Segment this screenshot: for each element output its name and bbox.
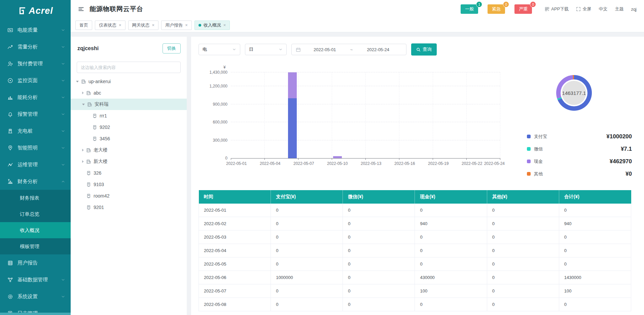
table-row[interactable]: 2022-05-0300000	[199, 231, 631, 244]
tree-node-up-ankerui[interactable]: up-ankerui	[71, 76, 187, 87]
tab-网关状态[interactable]: 网关状态×	[128, 21, 159, 30]
power-quality-icon	[7, 27, 13, 33]
x-tick-label: 2022-05-22	[462, 161, 482, 166]
tree-node-rrr1[interactable]: rrr1	[71, 110, 187, 121]
income-donut-panel: 1463177.1 支付宝¥1000200微信¥7.1现金¥462970其他¥0	[511, 65, 637, 180]
collapse-menu-icon[interactable]	[78, 6, 84, 12]
caret-open-icon[interactable]	[76, 81, 79, 82]
sidebar-item-智能照明[interactable]: 智能照明	[0, 139, 71, 156]
alarm-button-一般[interactable]: 一般1	[461, 4, 478, 14]
tree-node-老大楼[interactable]: 老大楼	[71, 144, 187, 156]
energy-type-select[interactable]: 电	[199, 44, 240, 55]
active-tab-dot	[199, 24, 201, 27]
alarm-group: 一般1紧急0严重0	[461, 4, 532, 14]
tab-仪表状态[interactable]: 仪表状态×	[95, 21, 126, 30]
table-row[interactable]: 2022-05-0100000	[199, 204, 631, 217]
table-row[interactable]: 2022-05-0800000	[199, 298, 631, 311]
sidebar-subitem-订单总览[interactable]: 订单总览	[0, 206, 71, 222]
top-link-全屏[interactable]: 全屏	[576, 6, 591, 12]
caret-open-icon[interactable]	[82, 104, 85, 105]
tree-node-326[interactable]: 326	[71, 167, 187, 179]
tree-node-abc[interactable]: abc	[71, 87, 187, 99]
top-link-主题[interactable]: 主题	[615, 6, 623, 12]
y-tick-label: 1,430,000	[210, 70, 227, 75]
alarm-button-紧急[interactable]: 紧急0	[488, 4, 505, 14]
tree-node-3456[interactable]: 3456	[71, 133, 187, 144]
legend-row-其他[interactable]: 其他¥0	[527, 168, 632, 180]
granularity-select[interactable]: 日	[245, 44, 287, 55]
sidebar-item-label: 运维管理	[17, 162, 38, 168]
sidebar-item-充电桩[interactable]: 充电桩	[0, 123, 71, 139]
table-cell: 0	[343, 284, 415, 298]
filter-bar: 电 日 2022-	[199, 43, 637, 56]
y-tick-label: 600,000	[213, 120, 227, 125]
tab-close-icon[interactable]: ×	[119, 23, 121, 27]
legend-row-支付宝[interactable]: 支付宝¥1000200	[527, 130, 632, 143]
table-cell: 0	[343, 244, 415, 257]
tab-收入概况[interactable]: 收入概况×	[194, 21, 230, 30]
acrel-logo-icon	[17, 6, 26, 15]
table-cell: 0	[343, 298, 415, 311]
sidebar-item-报警管理[interactable]: 报警管理	[0, 106, 71, 123]
sidebar-item-预付费管理[interactable]: 预付费管理	[0, 55, 71, 72]
table-row[interactable]: 2022-05-0400000	[199, 244, 631, 257]
table-row[interactable]: 2022-05-0500000	[199, 257, 631, 271]
tab-close-icon[interactable]: ×	[185, 23, 188, 27]
column-header: 微信(¥)	[343, 190, 415, 204]
legend-row-微信[interactable]: 微信¥7.1	[527, 143, 632, 155]
tree-node-新大楼[interactable]: 新大楼	[71, 156, 187, 167]
sidebar-item-能耗分析[interactable]: 能耗分析	[0, 89, 71, 106]
v-gridline	[500, 72, 500, 158]
tab-label: 网关状态	[132, 22, 150, 28]
top-link-中文[interactable]: 中文	[599, 6, 607, 12]
tree-node-room42[interactable]: room42	[71, 190, 187, 202]
tab-首页[interactable]: 首页	[75, 21, 92, 30]
donut-total-label: 1463177.1	[562, 90, 586, 96]
x-axis-tick	[298, 158, 298, 160]
date-range-picker[interactable]: 2022-05-01 ~ 2022-05-24	[291, 44, 406, 55]
sidebar-item-电能质量[interactable]: 电能质量	[0, 22, 71, 38]
bar-现金-2022-05-06[interactable]	[288, 72, 297, 98]
date-end-value[interactable]: 2022-05-24	[354, 47, 402, 52]
tree-node-安科瑞[interactable]: 安科瑞	[71, 99, 187, 110]
bar-支付宝-2022-05-06[interactable]	[288, 98, 297, 158]
sidebar-item-需量分析[interactable]: 需量分析	[0, 38, 71, 55]
top-link-APP下载[interactable]: APP下载	[545, 6, 569, 12]
bar-现金-2022-05-10[interactable]	[333, 156, 342, 158]
sidebar-item-系统设置[interactable]: 系统设置	[0, 288, 71, 305]
table-body: 2022-05-01000002022-05-020094009402022-0…	[199, 204, 631, 311]
sidebar-scrollbar[interactable]	[0, 313, 71, 315]
tab-close-icon[interactable]: ×	[152, 23, 155, 27]
v-gridline	[399, 72, 399, 158]
table-row[interactable]: 2022-05-07001000100	[199, 284, 631, 298]
switch-button[interactable]: 切换	[163, 43, 181, 54]
tab-close-icon[interactable]: ×	[223, 23, 226, 27]
table-row[interactable]: 2022-05-02009400940	[199, 217, 631, 231]
date-start-value[interactable]: 2022-05-01	[301, 47, 349, 52]
tree-node-label: 326	[94, 170, 101, 176]
y-tick-label: 900,000	[213, 102, 227, 107]
sidebar-item-监控页面[interactable]: 监控页面	[0, 72, 71, 89]
caret-closed-icon[interactable]	[82, 92, 84, 94]
caret-closed-icon[interactable]	[82, 160, 84, 163]
top-link-zqj[interactable]: zqj	[631, 7, 637, 12]
query-button[interactable]: 查询	[411, 43, 437, 56]
alarm-button-label: 紧急	[492, 6, 501, 11]
sidebar-subitem-收入概况[interactable]: 收入概况	[0, 222, 71, 238]
tree-search-input[interactable]	[77, 62, 181, 73]
tree-node-9201[interactable]: 9201	[71, 202, 187, 213]
tree-node-9103[interactable]: 9103	[71, 179, 187, 190]
sidebar-subitem-财务报表[interactable]: 财务报表	[0, 190, 71, 206]
sidebar-subitem-模板管理[interactable]: 模板管理	[0, 238, 71, 254]
sidebar-item-基础数据管理[interactable]: 基础数据管理	[0, 271, 71, 288]
sidebar-item-用户报告[interactable]: 用户报告	[0, 254, 71, 271]
tree-node-9202[interactable]: 9202	[71, 121, 187, 133]
user-report-icon	[7, 260, 13, 266]
sidebar-item-运维管理[interactable]: 运维管理	[0, 156, 71, 173]
alarm-button-严重[interactable]: 严重0	[514, 4, 532, 14]
legend-row-现金[interactable]: 现金¥462970	[527, 155, 632, 168]
caret-closed-icon[interactable]	[82, 149, 84, 151]
table-row[interactable]: 2022-05-061000000043000001430000	[199, 271, 631, 284]
sidebar-item-财务分析[interactable]: 财务分析	[0, 173, 71, 190]
tab-用户报告[interactable]: 用户报告×	[161, 21, 192, 30]
